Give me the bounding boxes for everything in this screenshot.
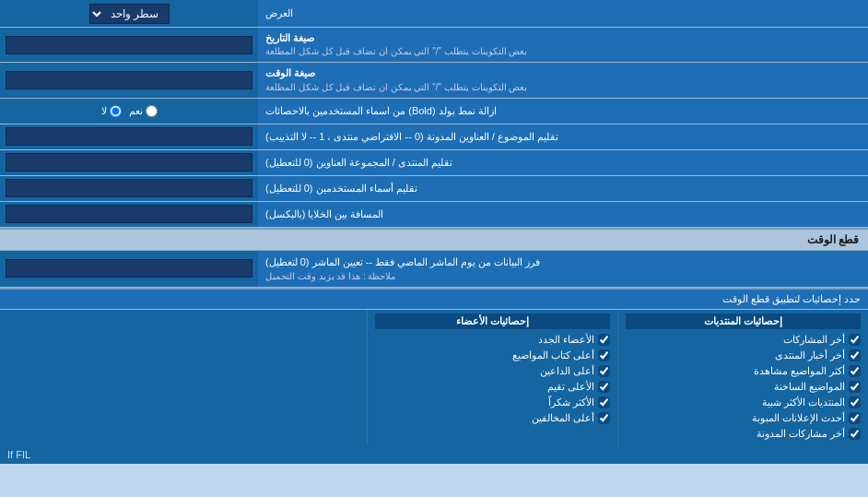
bold-yes-label: نعم [129, 105, 158, 117]
stat-member-3: أعلى الداعين [375, 363, 610, 379]
stat-member-5-checkbox[interactable] [598, 396, 610, 408]
bold-options-container: نعم لا [0, 99, 258, 124]
forum-input-container: 33 [0, 150, 258, 175]
stat-member-2-checkbox[interactable] [598, 349, 610, 361]
page-title-label: العرض [258, 0, 868, 27]
stat-post-2-checkbox[interactable] [849, 349, 861, 361]
spacing-input-container: 2 [0, 202, 258, 227]
stat-member-4-checkbox[interactable] [598, 381, 610, 393]
stat-member-2: أعلى كتاب المواضيع [375, 348, 610, 363]
bold-yes-radio[interactable] [146, 105, 158, 117]
cut-input[interactable]: 0 [6, 259, 252, 278]
stat-member-6: أعلى المخالفين [375, 410, 610, 426]
stat-post-3-checkbox[interactable] [849, 365, 861, 377]
stat-post-7-checkbox[interactable] [849, 428, 861, 440]
users-label: تقليم أسماء المستخدمين (0 للتعطيل) [258, 176, 868, 201]
stat-member-6-checkbox[interactable] [598, 412, 610, 424]
forum-label: تقليم المنتدى / المجموعة العناوين (0 للت… [258, 150, 868, 175]
topics-input[interactable]: 33 [6, 127, 252, 146]
users-input[interactable]: 0 [6, 179, 252, 197]
date-format-label: صيغة التاريخ بعض التكوينات يتطلب "/" الت… [258, 28, 868, 62]
stats-columns: إحصائيات المنتديات أخر المشاركات أخر أخب… [0, 310, 868, 445]
stat-post-1: أخر المشاركات [626, 332, 861, 348]
stat-member-3-checkbox[interactable] [598, 365, 610, 377]
topics-label: تقليم الموضوع / العناوين المدونة (0 -- ا… [258, 124, 868, 149]
stats-posts-header: إحصائيات المنتديات [626, 314, 861, 329]
stat-post-6: أحدث الإعلانات المبوبة [626, 410, 861, 426]
stats-right-col [0, 310, 367, 445]
stat-post-6-checkbox[interactable] [849, 412, 861, 424]
stat-post-5-checkbox[interactable] [849, 396, 861, 408]
stat-post-7: أخر مشاركات المدونة [626, 426, 861, 442]
stats-posts-col: إحصائيات المنتديات أخر المشاركات أخر أخب… [617, 310, 868, 445]
time-format-input-container: H:i [0, 63, 258, 97]
stat-member-5: الأكثر شكراً [375, 395, 610, 410]
stat-post-1-checkbox[interactable] [849, 334, 861, 346]
topics-input-container: 33 [0, 124, 258, 149]
stats-limit-label: حدد إحصائيات لتطبيق قطع الوقت [0, 290, 868, 310]
cut-label: فرز البيانات من يوم الماشر الماضي فقط --… [258, 251, 868, 287]
display-dropdown[interactable]: سطر واحدسطرينثلاثة أسطر [89, 4, 170, 24]
stat-member-1-checkbox[interactable] [598, 334, 610, 346]
date-format-input[interactable]: d-m [6, 36, 252, 54]
stat-post-3: أكثر المواضيع مشاهدة [626, 363, 861, 379]
stats-section: حدد إحصائيات لتطبيق قطع الوقت إحصائيات ا… [0, 288, 868, 464]
stats-members-col: إحصائيات الأعضاء الأعضاء الجدد أعلى كتاب… [367, 310, 617, 445]
spacing-input[interactable]: 2 [6, 205, 252, 223]
display-dropdown-container: سطر واحدسطرينثلاثة أسطر [0, 0, 258, 27]
bold-no-label: لا [101, 105, 122, 117]
spacing-label: المسافة بين الخلايا (بالبكسل) [258, 202, 868, 227]
users-input-container: 0 [0, 176, 258, 201]
cut-section-header: قطع الوقت [0, 228, 868, 251]
stat-post-4: المواضيع الساخنة [626, 379, 861, 395]
date-format-input-container: d-m [0, 28, 258, 62]
forum-input[interactable]: 33 [6, 153, 252, 172]
stat-post-5: المنتديات الأكثر شبية [626, 395, 861, 410]
bottom-text: If FIL [0, 445, 868, 464]
time-format-label: صيغة الوقت بعض التكوينات يتطلب "/" التي … [258, 63, 868, 97]
stat-member-4: الأعلى تقيم [375, 379, 610, 395]
time-format-input[interactable]: H:i [6, 71, 252, 89]
bold-label: ازالة نمط بولد (Bold) من اسماء المستخدمي… [258, 99, 868, 124]
cut-input-container: 0 [0, 251, 258, 287]
stat-post-2: أخر أخبار المنتدى [626, 348, 861, 363]
stat-post-4-checkbox[interactable] [849, 381, 861, 393]
stat-member-1: الأعضاء الجدد [375, 332, 610, 348]
stats-members-header: إحصائيات الأعضاء [375, 314, 610, 329]
bold-no-radio[interactable] [110, 105, 122, 117]
